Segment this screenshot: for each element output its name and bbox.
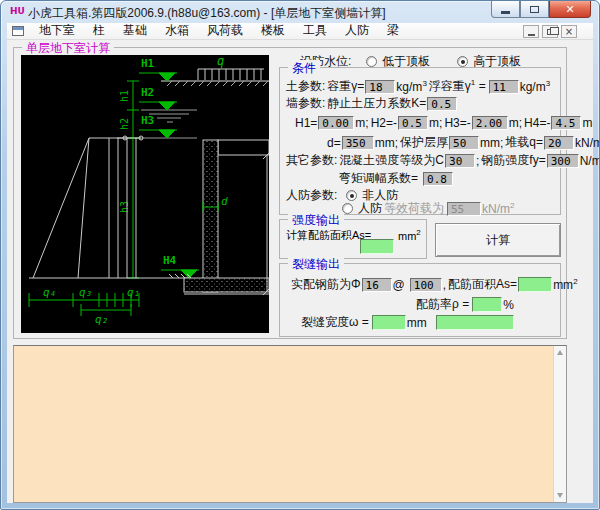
- window-title: 小虎工具箱.第四版2006.9.(h88u@163.com) - [单层地下室侧…: [28, 5, 386, 22]
- diagram-label-d: d: [221, 195, 228, 208]
- menu-item-beam[interactable]: 梁: [378, 21, 408, 41]
- wall-params-label: 墙参数:: [286, 95, 325, 112]
- h4-input[interactable]: 4.5: [551, 116, 581, 130]
- at-label: @: [393, 278, 405, 292]
- results-textarea[interactable]: [14, 346, 553, 502]
- buoyant-input[interactable]: 11: [489, 80, 519, 94]
- surcharge-input[interactable]: 20: [544, 136, 574, 150]
- soil-params-row: 土参数: 容重γ= 18 kg/m3 浮容重γ1 = 11 kg/m3: [285, 78, 551, 95]
- scroll-up-icon[interactable]: [557, 350, 563, 355]
- radio-civil-defense-label[interactable]: 人防: [358, 200, 382, 217]
- menu-item-watertank[interactable]: 水箱: [156, 21, 198, 41]
- crack-width-label: 裂缝宽度ω =: [301, 314, 369, 331]
- menu-item-slab[interactable]: 楼板: [252, 21, 294, 41]
- diagram-label-h1: h1: [119, 90, 130, 102]
- h2-unit: m;: [429, 116, 442, 130]
- maximize-button[interactable]: [520, 1, 549, 18]
- diagram-label-H3: H3: [141, 114, 154, 127]
- diagram-label-q: q: [217, 55, 224, 68]
- rebar-row: 实配钢筋为Φ 16 @ 100 , 配筋面积As= mm2: [290, 276, 579, 293]
- diagram-label-q2: q₂: [95, 313, 108, 326]
- other-params-row: 其它参数: 混凝土强度等级为C 30 ; 钢筋强度fy= 300 N/mm2: [285, 152, 600, 169]
- crack-width-row: 裂缝宽度ω = mm: [300, 314, 514, 331]
- crack-width-note-output: [436, 315, 514, 330]
- mdi-child-icon[interactable]: [12, 26, 24, 36]
- gamma-input[interactable]: 18: [365, 80, 395, 94]
- buoyant-unit: kg/m3: [520, 79, 550, 94]
- minimize-button[interactable]: [491, 1, 520, 18]
- surcharge-label: 堆载q=: [505, 134, 543, 151]
- menu-item-windload[interactable]: 风荷载: [198, 21, 252, 41]
- civil-defense-label: 人防参数:: [286, 187, 337, 204]
- radio-below-top-slab[interactable]: [366, 56, 377, 67]
- ratio-unit: %: [503, 298, 514, 312]
- mdi-restore-button[interactable]: [542, 25, 558, 38]
- crack-width-output: [372, 315, 406, 330]
- h-values-row: H1= 0.00 m; H2=- 0.5 m; H3=- 2.00 m; H4=…: [294, 116, 593, 130]
- concrete-label: 混凝土强度等级为C: [339, 152, 444, 169]
- mdi-minimize-icon: [528, 34, 535, 36]
- buoyant-label: 浮容重γ1 =: [429, 78, 486, 95]
- cover-input[interactable]: 50: [449, 136, 479, 150]
- app-window: HU 小虎工具箱.第四版2006.9.(h88u@163.com) - [单层地…: [0, 0, 600, 510]
- gamma-label: 容重γ=: [327, 78, 364, 95]
- diagram-canvas: q H1 H2 H3 H4: [21, 55, 269, 333]
- title-bar[interactable]: HU 小虎工具箱.第四版2006.9.(h88u@163.com) - [单层地…: [1, 1, 600, 23]
- rebar-spacing-input[interactable]: 100: [410, 278, 442, 292]
- ratio-label: 配筋率ρ =: [416, 296, 469, 313]
- rebar-diameter-input[interactable]: 16: [362, 278, 392, 292]
- h3-unit: m;: [509, 116, 522, 130]
- surcharge-unit: kN/m: [575, 136, 600, 150]
- results-scrollbar[interactable]: [553, 346, 566, 502]
- other-params-label: 其它参数:: [286, 152, 337, 169]
- app-icon: HU: [10, 6, 25, 16]
- crack-group-title: 裂缝输出: [288, 256, 344, 273]
- h3-input[interactable]: 2.00: [472, 116, 508, 130]
- gamma-unit: kg/m3: [396, 79, 426, 94]
- mdi-restore-icon: [547, 29, 554, 35]
- form-area: 单层地下室计算 q: [7, 40, 593, 503]
- concrete-input[interactable]: 30: [445, 154, 475, 168]
- menu-item-civildefense[interactable]: 人防: [336, 21, 378, 41]
- scroll-down-icon[interactable]: [557, 493, 563, 498]
- k-input[interactable]: 0.5: [427, 97, 457, 111]
- thickness-row: d= 350 mm; 保护层厚 50 mm; 堆载q= 20 kN/m: [326, 134, 600, 151]
- equiv-load-unit: kN/m2: [482, 201, 514, 216]
- k-label: 静止土压力系数K=: [327, 95, 426, 112]
- d-input[interactable]: 350: [342, 136, 374, 150]
- equiv-load-label: 等效荷载为: [384, 200, 444, 217]
- h3-label: H3=-: [444, 116, 470, 130]
- separator: ;: [476, 154, 479, 168]
- equiv-load-input[interactable]: 55: [447, 202, 481, 216]
- menu-item-basement[interactable]: 地下室: [30, 21, 84, 41]
- restore-icon: [530, 6, 539, 13]
- close-button[interactable]: ✕: [549, 1, 591, 18]
- menu-item-tools[interactable]: 工具: [294, 21, 336, 41]
- window-controls: ✕: [491, 1, 591, 18]
- menu-bar: 地下室 柱 基础 水箱 风荷载 楼板 工具 人防 梁 ×: [7, 23, 593, 40]
- mdi-minimize-button[interactable]: [523, 25, 539, 38]
- crack-groupbox: 裂缝输出 实配钢筋为Φ 16 @ 100 , 配筋面积As= mm2 配筋率ρ …: [279, 263, 561, 337]
- comma-label: ,: [443, 278, 446, 292]
- diagram-label-q4: q₄: [43, 286, 56, 299]
- moment-input[interactable]: 0.8: [423, 172, 453, 186]
- menu-item-column[interactable]: 柱: [84, 21, 114, 41]
- wall-params-row: 墙参数: 静止土压力系数K= 0.5: [285, 95, 457, 112]
- as-actual-label: 配筋面积As=: [448, 276, 517, 293]
- diagram-label-H4: H4: [163, 254, 177, 267]
- calculate-button[interactable]: 计算: [435, 223, 561, 257]
- mdi-window-controls: ×: [523, 25, 577, 38]
- h1-label: H1=: [295, 116, 317, 130]
- fy-input[interactable]: 300: [547, 154, 579, 168]
- wall-section-diagram: q H1 H2 H3 H4: [21, 55, 269, 333]
- h1-input[interactable]: 0.00: [318, 116, 354, 130]
- h2-input[interactable]: 0.5: [398, 116, 428, 130]
- as-actual-unit: mm2: [553, 277, 577, 292]
- civil-defense-row2: 人防 等效荷载为 55 kN/m2: [342, 200, 515, 217]
- mdi-close-button[interactable]: ×: [561, 25, 577, 38]
- radio-above-top-slab[interactable]: [457, 56, 468, 67]
- crack-width-unit: mm: [407, 316, 427, 330]
- conditions-group-title: 条件: [288, 60, 320, 77]
- menu-item-foundation[interactable]: 基础: [114, 21, 156, 41]
- soil-params-label: 土参数:: [286, 78, 325, 95]
